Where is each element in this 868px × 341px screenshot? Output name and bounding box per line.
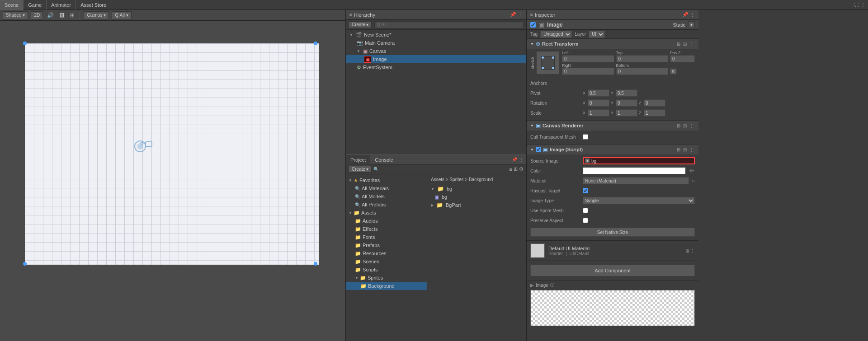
- proj-audios[interactable]: 📁 Audios: [346, 217, 427, 225]
- tab-animator[interactable]: Animator: [47, 0, 76, 10]
- inspector-pin-icon[interactable]: 📌: [682, 12, 689, 18]
- cr-paste-icon[interactable]: ⊟: [682, 123, 688, 128]
- left-field[interactable]: [562, 55, 614, 62]
- image-script-header[interactable]: ▼ ▣ Image (Script) ⊞ ⊟ ⋮: [527, 145, 698, 154]
- proj-effects[interactable]: 📁 Effects: [346, 225, 427, 233]
- hierarchy-search-input[interactable]: [374, 21, 524, 28]
- handle-bottom-left[interactable]: [23, 262, 27, 266]
- hierarchy-item-image[interactable]: ▣ Image: [346, 55, 526, 63]
- hierarchy-item-camera[interactable]: 📷 Main Camera: [346, 39, 526, 47]
- asset-bg-folder[interactable]: ▼ 📁 bg: [429, 185, 524, 193]
- proj-background[interactable]: 📁 Background: [346, 282, 427, 290]
- top-field[interactable]: [616, 55, 669, 62]
- asset-bgpart[interactable]: ▶ 📁 BgPart: [429, 201, 524, 209]
- source-image-field[interactable]: ▣ bg: [583, 157, 695, 164]
- mat-edit-btn[interactable]: ⊞: [685, 248, 689, 253]
- quality-dropdown[interactable]: Q:All ▾: [112, 11, 132, 19]
- rt-copy-icon[interactable]: ⊞: [676, 42, 681, 47]
- is-enabled-checkbox[interactable]: [536, 147, 541, 152]
- is-menu-icon[interactable]: ⋮: [689, 147, 695, 152]
- proj-favorites[interactable]: ▼ ★ Favorites: [346, 176, 427, 184]
- lock-icon[interactable]: ⋮: [518, 12, 523, 18]
- material-field[interactable]: None (Material): [583, 177, 689, 184]
- dots-icon[interactable]: ⋮: [861, 2, 865, 7]
- object-enabled-checkbox[interactable]: [530, 22, 536, 28]
- preserve-aspect-checkbox[interactable]: [583, 218, 588, 223]
- proj-all-prefabs[interactable]: 🔍 All Prefabs: [346, 201, 427, 209]
- tab-game[interactable]: Game: [24, 0, 47, 10]
- set-native-size-button[interactable]: Set Native Size: [530, 228, 695, 237]
- raycast-checkbox[interactable]: [583, 188, 588, 193]
- eyedropper-button[interactable]: ✏: [689, 168, 695, 174]
- image-icon[interactable]: 🖼: [58, 11, 66, 19]
- hierarchy-create-button[interactable]: Create ▾: [349, 21, 372, 28]
- static-dropdown-button[interactable]: ▾: [688, 21, 695, 28]
- rt-paste-icon[interactable]: ⊟: [682, 42, 688, 47]
- canvas-renderer-header[interactable]: ▼ ▣ Canvas Renderer ⊞ ⊟ ⋮: [527, 121, 698, 131]
- audio-icon[interactable]: 🔊: [46, 11, 55, 19]
- asset-bg-file[interactable]: ▣ bg: [429, 193, 524, 201]
- image-type-select[interactable]: Simple: [583, 197, 695, 204]
- tab-console[interactable]: Console: [370, 155, 397, 165]
- tab-asset-store[interactable]: Asset Store: [76, 0, 111, 10]
- grid-icon[interactable]: ⊞: [69, 11, 76, 19]
- tab-scene[interactable]: Scene: [0, 0, 24, 10]
- rot-x-field[interactable]: [588, 99, 609, 107]
- rt-r-button[interactable]: R: [670, 68, 677, 75]
- anchor-widget[interactable]: [537, 51, 559, 74]
- material-select-btn[interactable]: ○: [692, 178, 695, 183]
- proj-scenes[interactable]: 📁 Scenes: [346, 257, 427, 266]
- cull-checkbox[interactable]: [583, 134, 588, 140]
- rt-menu-icon[interactable]: ⋮: [689, 42, 695, 47]
- handle-bottom-right[interactable]: [314, 262, 317, 266]
- add-component-button[interactable]: Add Component: [530, 265, 695, 276]
- layer-select[interactable]: UI: [589, 31, 605, 38]
- scale-y-field[interactable]: [616, 109, 637, 117]
- hierarchy-item-eventsystem[interactable]: ⚙ EventSystem: [346, 63, 526, 71]
- proj-all-materials[interactable]: 🔍 All Materials: [346, 184, 427, 192]
- scene-canvas[interactable]: [0, 21, 345, 341]
- is-copy-icon[interactable]: ⊞: [676, 147, 681, 152]
- hierarchy-item-canvas[interactable]: ▼ ▣ Canvas: [346, 47, 526, 55]
- project-create-button[interactable]: Create ▾: [349, 166, 372, 173]
- cr-menu-icon[interactable]: ⋮: [689, 123, 695, 128]
- maximize-icon[interactable]: ⛶: [854, 2, 859, 7]
- proj-sprites[interactable]: ▼ 📁 Sprites: [346, 274, 427, 282]
- bottom-field[interactable]: [616, 68, 669, 75]
- handle-top-left[interactable]: [23, 42, 27, 45]
- proj-prefabs[interactable]: 📁 Prefabs: [346, 241, 427, 249]
- hierarchy-item-scene[interactable]: ▼ 🎬 New Scene*: [346, 31, 526, 39]
- proj-resources[interactable]: 📁 Resources: [346, 249, 427, 257]
- is-paste-icon[interactable]: ⊟: [682, 147, 688, 152]
- twod-toggle[interactable]: 2D: [31, 11, 43, 19]
- proj-menu-icon[interactable]: ⋮: [519, 157, 524, 162]
- rot-y-field[interactable]: [616, 99, 637, 107]
- project-list-view[interactable]: ≡: [509, 166, 512, 172]
- proj-pin-icon[interactable]: 📌: [512, 157, 517, 162]
- use-sprite-mesh-checkbox[interactable]: [583, 208, 588, 213]
- inspector-menu-icon[interactable]: ⋮: [690, 12, 695, 17]
- shaded-dropdown[interactable]: Shaded ▾: [3, 11, 28, 19]
- gizmos-dropdown[interactable]: Gizmos ▾: [84, 11, 109, 19]
- tag-select[interactable]: Untagged: [540, 31, 572, 38]
- proj-fonts[interactable]: 📁 Fonts: [346, 233, 427, 241]
- tab-project[interactable]: Project: [346, 155, 370, 165]
- proj-all-models[interactable]: 🔍 All Models: [346, 192, 427, 201]
- handle-top-right[interactable]: [314, 42, 317, 45]
- scale-z-field[interactable]: [644, 109, 665, 117]
- project-settings[interactable]: ⚙: [519, 166, 524, 172]
- posz-field[interactable]: [670, 55, 695, 62]
- proj-assets-root[interactable]: ▼ 📁 Assets: [346, 209, 427, 217]
- cr-copy-icon[interactable]: ⊞: [676, 123, 681, 128]
- proj-scripts[interactable]: 📁 Scripts: [346, 266, 427, 274]
- mat-menu-btn[interactable]: ⋮: [690, 248, 695, 253]
- pivot-x-field[interactable]: [588, 89, 609, 97]
- color-field[interactable]: [583, 167, 686, 174]
- pivot-y-field[interactable]: [616, 89, 637, 97]
- scale-x-field[interactable]: [588, 109, 609, 117]
- project-grid-view[interactable]: ⊞: [514, 166, 518, 172]
- rect-transform-header[interactable]: ▼ ⊕ Rect Transform ⊞ ⊟ ⋮: [527, 39, 698, 49]
- right-field[interactable]: [562, 68, 614, 75]
- rot-z-field[interactable]: [644, 99, 665, 107]
- pin-icon[interactable]: 📌: [510, 12, 516, 18]
